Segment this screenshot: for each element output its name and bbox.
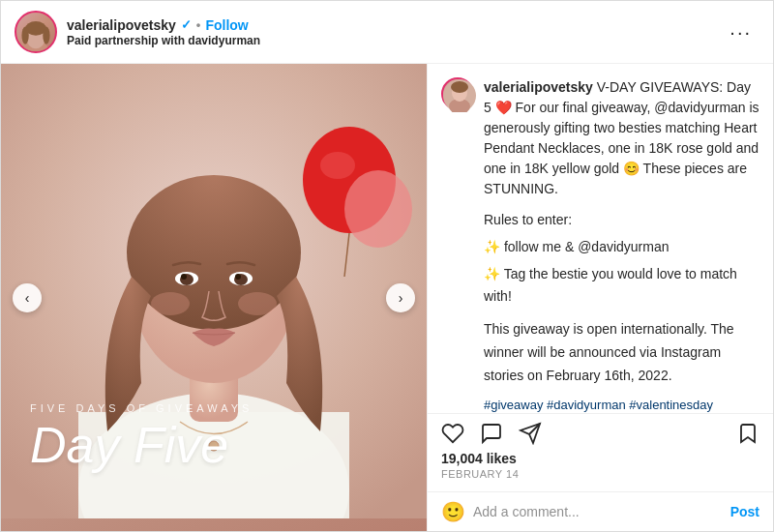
image-text-overlay: FIVE DAYS OF GIVEAWAYS Day Five xyxy=(30,402,253,473)
svg-point-17 xyxy=(235,274,241,280)
like-button[interactable] xyxy=(441,422,464,445)
partnership-label: Paid partnership with davidyurman xyxy=(67,34,722,47)
follow-button[interactable]: Follow xyxy=(205,17,248,33)
caption-hashtags[interactable]: #giveaway #davidyurman #valentinesday xyxy=(484,396,759,413)
emoji-button[interactable]: 🙂 xyxy=(441,500,465,523)
svg-point-19 xyxy=(238,292,277,315)
bookmark-icon xyxy=(736,422,759,445)
bookmark-button[interactable] xyxy=(736,422,759,445)
comment-button[interactable] xyxy=(480,422,503,445)
caption-main-text: V-DAY GIVEAWAYS: Day 5 ❤️ For our final … xyxy=(484,79,759,196)
caption-avatar xyxy=(441,77,474,110)
image-background: FIVE DAYS OF GIVEAWAYS Day Five ‹ › xyxy=(1,64,427,531)
comment-icon xyxy=(480,422,503,445)
post-header: valerialipovetsky ✓ • Follow Paid partne… xyxy=(1,1,773,64)
header-info: valerialipovetsky ✓ • Follow Paid partne… xyxy=(67,17,722,47)
caption-rules: Rules to enter: ✨ follow me & @davidyurm… xyxy=(484,209,759,309)
svg-point-18 xyxy=(151,292,190,315)
caption-giveaway-info: This giveaway is open internationally. T… xyxy=(484,318,759,387)
next-image-button[interactable]: › xyxy=(386,283,415,312)
caption-author-row: valerialipovetsky V-DAY GIVEAWAYS: Day 5… xyxy=(441,77,759,413)
caption-area: valerialipovetsky V-DAY GIVEAWAYS: Day 5… xyxy=(428,64,773,413)
likes-count: 19,004 likes xyxy=(441,451,759,466)
comment-input-row: 🙂 Post xyxy=(428,491,773,531)
caption-body: valerialipovetsky V-DAY GIVEAWAYS: Day 5… xyxy=(484,77,759,413)
svg-point-22 xyxy=(320,152,355,179)
more-options-button[interactable]: ··· xyxy=(722,17,759,47)
action-bar: 19,004 likes FEBRUARY 14 xyxy=(428,413,773,491)
caption-username[interactable]: valerialipovetsky xyxy=(484,79,593,95)
svg-point-24 xyxy=(344,170,412,248)
right-panel: valerialipovetsky V-DAY GIVEAWAYS: Day 5… xyxy=(427,64,773,531)
comment-input[interactable] xyxy=(473,504,723,519)
partner-name: davidyurman xyxy=(188,34,260,47)
avatar-illustration xyxy=(16,11,55,53)
post-image-panel: FIVE DAYS OF GIVEAWAYS Day Five ‹ › xyxy=(1,64,427,531)
username-row: valerialipovetsky ✓ • Follow xyxy=(67,17,722,33)
verified-badge: ✓ xyxy=(181,17,192,32)
header-avatar xyxy=(15,11,57,53)
share-icon xyxy=(519,422,542,445)
action-icons-row xyxy=(441,422,759,445)
rules-header: Rules to enter: xyxy=(484,209,759,232)
share-button[interactable] xyxy=(519,422,542,445)
rule-1: ✨ follow me & @davidyurman xyxy=(484,236,759,259)
image-title: Day Five xyxy=(30,418,253,473)
svg-point-16 xyxy=(181,274,187,280)
post-comment-button[interactable]: Post xyxy=(730,504,759,519)
svg-point-5 xyxy=(43,27,49,44)
caption-avatar-svg xyxy=(443,79,476,112)
dot-separator: • xyxy=(196,17,201,32)
rule-2: ✨ Tag the bestie you would love to match… xyxy=(484,263,759,310)
post-content: FIVE DAYS OF GIVEAWAYS Day Five ‹ › xyxy=(1,64,773,531)
header-username[interactable]: valerialipovetsky xyxy=(67,17,176,33)
post-date: FEBRUARY 14 xyxy=(441,468,759,480)
heart-icon xyxy=(441,422,464,445)
giveaway-details: This giveaway is open internationally. T… xyxy=(484,318,759,387)
svg-point-4 xyxy=(21,27,28,44)
prev-image-button[interactable]: ‹ xyxy=(13,283,42,312)
image-subtitle: FIVE DAYS OF GIVEAWAYS xyxy=(30,402,253,414)
svg-point-28 xyxy=(451,81,468,93)
